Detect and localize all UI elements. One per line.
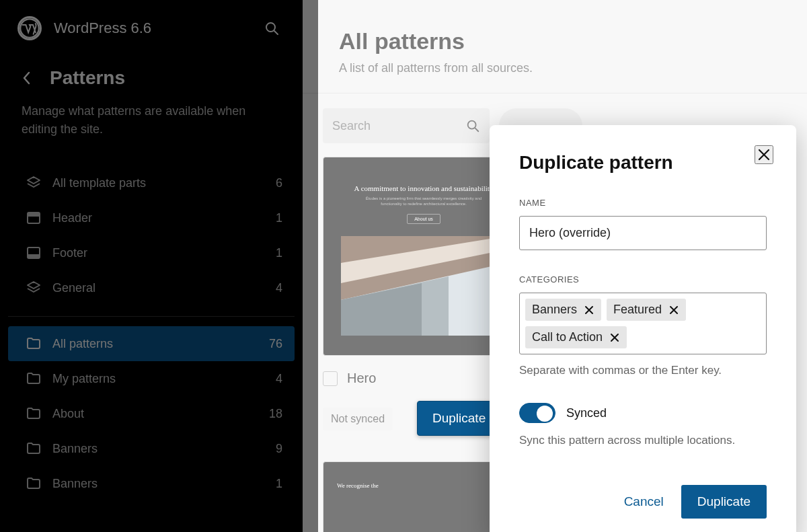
close-icon <box>610 333 619 342</box>
duplicate-action-button[interactable]: Duplicate <box>417 401 501 436</box>
close-button[interactable] <box>755 145 773 164</box>
name-field-label: NAME <box>519 198 767 208</box>
duplicate-button[interactable]: Duplicate <box>681 485 767 519</box>
synced-helper-text: Sync this pattern across multiple locati… <box>519 434 767 447</box>
modal-title: Duplicate pattern <box>519 152 767 174</box>
close-icon <box>669 305 679 315</box>
remove-tag-button[interactable] <box>668 305 679 315</box>
tag-label: Call to Action <box>532 330 603 344</box>
duplicate-pattern-modal: Duplicate pattern NAME CATEGORIES Banner… <box>490 125 796 532</box>
categories-field-label: CATEGORIES <box>519 274 767 284</box>
remove-tag-button[interactable] <box>609 332 620 343</box>
tag-label: Featured <box>613 303 662 317</box>
modal-actions: Cancel Duplicate <box>519 485 767 519</box>
category-tag: Banners <box>525 299 601 321</box>
tag-label: Banners <box>532 303 577 317</box>
modal-scrim <box>0 0 318 532</box>
cancel-button[interactable]: Cancel <box>624 494 664 509</box>
categories-helper-text: Separate with commas or the Enter key. <box>519 364 767 377</box>
synced-toggle-label: Synced <box>566 406 607 420</box>
synced-toggle-row: Synced <box>519 403 767 423</box>
close-icon <box>756 147 772 163</box>
pattern-name-input[interactable] <box>519 216 767 250</box>
close-icon <box>584 305 594 315</box>
category-tag: Call to Action <box>525 326 627 348</box>
categories-input[interactable]: Banners Featured Call to Action <box>519 293 767 354</box>
remove-tag-button[interactable] <box>584 305 594 315</box>
category-tag: Featured <box>607 299 686 321</box>
synced-toggle[interactable] <box>519 403 555 423</box>
